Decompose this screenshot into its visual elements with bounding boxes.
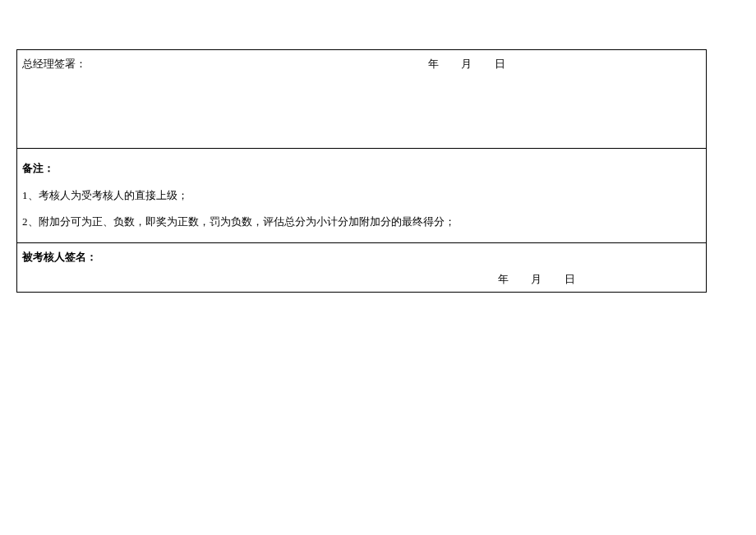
gm-day-label: 日 [495,58,507,70]
gm-month-label: 月 [461,58,473,70]
assessee-day-label: 日 [565,273,577,285]
assessee-month-label: 月 [531,273,543,285]
gm-year-label: 年 [428,58,440,70]
gm-signature-cell: 总经理签署： 年 月 日 [17,50,707,149]
remarks-cell: 备注： 1、考核人为受考核人的直接上级； 2、附加分可为正、负数，即奖为正数，罚… [17,149,707,243]
gm-date-line: 年 月 日 [420,57,515,71]
gm-signature-label: 总经理签署： [22,58,86,70]
assessee-signature-cell: 被考核人签名： 年 月 日 [17,242,707,292]
signature-form-table: 总经理签署： 年 月 日 备注： 1、考核人为受考核人的直接上级； 2、附加分可… [16,49,707,293]
assessee-signature-label: 被考核人签名： [22,251,97,263]
remarks-note-1: 1、考核人为受考核人的直接上级； [22,182,701,210]
assessee-year-label: 年 [498,273,510,285]
remarks-note-2: 2、附加分可为正、负数，即奖为正数，罚为负数，评估总分为小计分加附加分的最终得分… [22,209,701,236]
assessee-date-line: 年 月 日 [490,272,585,287]
remarks-header: 备注： [22,155,701,182]
